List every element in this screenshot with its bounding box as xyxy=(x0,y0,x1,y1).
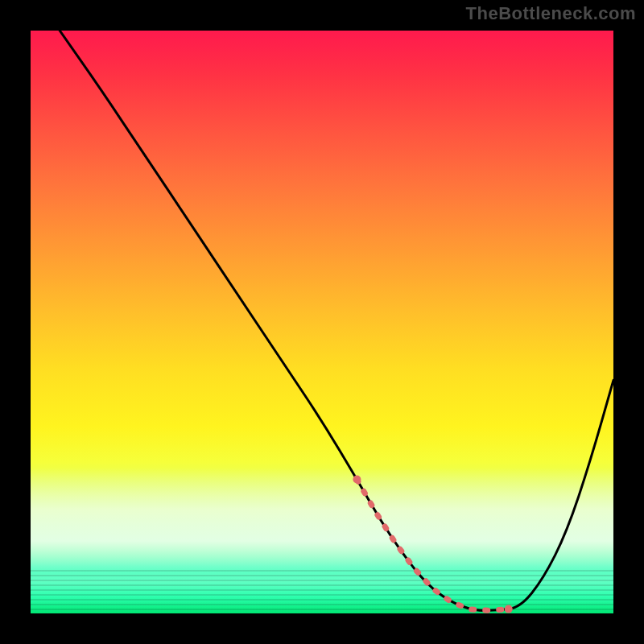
watermark-text: TheBottleneck.com xyxy=(466,3,636,24)
plot-area xyxy=(31,31,613,613)
chart-frame: TheBottleneck.com xyxy=(0,0,644,644)
bottleneck-curve xyxy=(60,31,613,610)
curve-layer xyxy=(31,31,613,613)
pale-yellow-band xyxy=(31,468,613,572)
highlight-segment xyxy=(357,480,508,611)
bottom-green-stripes xyxy=(31,567,613,613)
highlight-endpoint xyxy=(505,605,513,613)
highlight-endpoint xyxy=(353,476,361,484)
